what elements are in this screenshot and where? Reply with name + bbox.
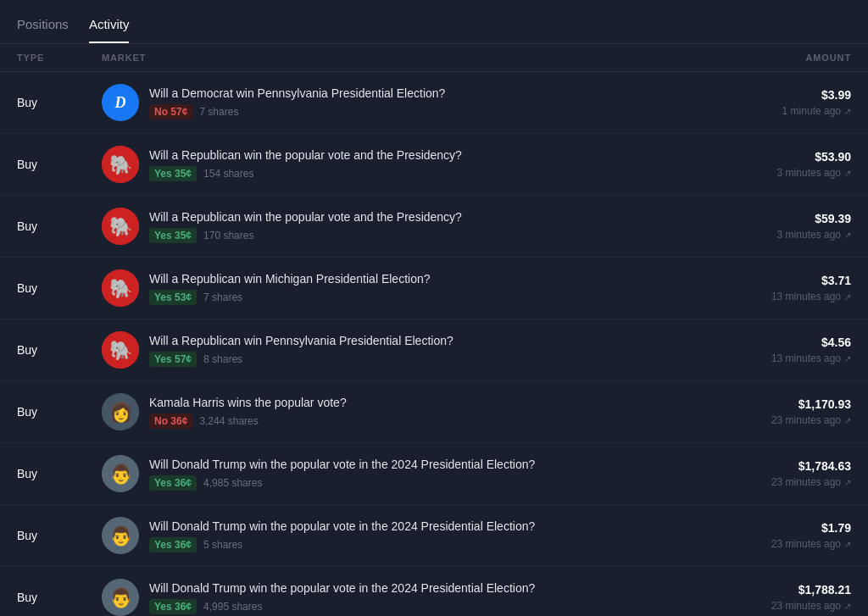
external-link-icon[interactable]: ↗ [844, 416, 851, 425]
table-row: Buy 🐘 Will a Republican win Michigan Pre… [0, 258, 868, 319]
shares-count: 154 shares [203, 168, 253, 180]
table-row: Buy 👩 Kamala Harris wins the popular vot… [0, 381, 868, 443]
market-title: Will Donald Trump win the popular vote i… [149, 457, 535, 472]
market-avatar: 🐘 [102, 146, 139, 183]
shares-count: 3,244 shares [199, 415, 258, 427]
external-link-icon[interactable]: ↗ [844, 540, 851, 549]
amount-time: 23 minutes ago ↗ [771, 476, 851, 488]
market-avatar: 👨 [102, 579, 139, 616]
market-cell[interactable]: 👩 Kamala Harris wins the popular vote? N… [102, 393, 715, 430]
shares-count: 7 shares [199, 106, 238, 118]
market-title: Will a Republican win the popular vote a… [149, 147, 462, 163]
trade-type: Buy [17, 405, 102, 419]
shares-count: 4,995 shares [203, 601, 262, 613]
market-info: Will a Republican win the popular vote a… [149, 147, 462, 181]
amount-value: $1.79 [821, 521, 851, 535]
external-link-icon[interactable]: ↗ [844, 230, 851, 240]
header-amount: AMOUNT [715, 53, 851, 63]
market-avatar: 🐘 [102, 331, 139, 369]
market-cell[interactable]: D Will a Democrat win Pennsylvania Presi… [102, 84, 715, 121]
amount-cell: $4.56 13 minutes ago ↗ [715, 336, 851, 364]
tabs-container: Positions Activity [0, 0, 868, 44]
external-link-icon[interactable]: ↗ [844, 354, 851, 363]
table-row: Buy D Will a Democrat win Pennsylvania P… [0, 72, 868, 134]
external-link-icon[interactable]: ↗ [844, 478, 851, 487]
trade-type: Buy [17, 281, 102, 295]
table-row: Buy 👨 Will Donald Trump win the popular … [0, 443, 868, 505]
trade-type: Buy [17, 96, 102, 109]
market-meta: Yes 35¢ 154 shares [149, 166, 462, 181]
market-info: Will a Republican win Pennsylvania Presi… [149, 333, 453, 367]
amount-value: $1,784.63 [798, 459, 851, 473]
amount-time: 13 minutes ago ↗ [771, 291, 851, 302]
market-cell[interactable]: 🐘 Will a Republican win the popular vote… [102, 208, 715, 245]
amount-value: $53.90 [815, 150, 851, 164]
market-avatar: D [102, 84, 139, 121]
market-info: Will Donald Trump win the popular vote i… [149, 457, 535, 491]
tab-activity[interactable]: Activity [89, 10, 130, 43]
trade-type: Buy [17, 219, 102, 233]
trade-type: Buy [17, 158, 102, 171]
tab-positions[interactable]: Positions [17, 10, 69, 43]
shares-count: 170 shares [203, 230, 253, 241]
shares-count: 8 shares [203, 353, 242, 365]
trade-type: Buy [17, 343, 102, 357]
market-info: Will Donald Trump win the popular vote i… [149, 580, 535, 614]
amount-value: $4.56 [821, 336, 851, 349]
market-info: Kamala Harris wins the popular vote? No … [149, 395, 347, 429]
market-meta: No 36¢ 3,244 shares [149, 413, 347, 429]
trade-type: Buy [17, 529, 102, 542]
table-row: Buy 🐘 Will a Republican win the popular … [0, 134, 868, 196]
svg-text:🐘: 🐘 [109, 277, 133, 300]
svg-text:👨: 👨 [109, 586, 133, 609]
market-meta: Yes 36¢ 5 shares [149, 537, 535, 552]
outcome-badge: No 57¢ [149, 104, 192, 119]
svg-text:🐘: 🐘 [109, 339, 133, 362]
amount-cell: $1,788.21 23 minutes ago ↗ [715, 583, 851, 612]
outcome-badge: Yes 57¢ [149, 352, 197, 367]
svg-text:👨: 👨 [109, 463, 133, 486]
market-title: Will Donald Trump win the popular vote i… [149, 519, 535, 534]
amount-time: 13 minutes ago ↗ [771, 352, 851, 364]
market-title: Will a Republican win the popular vote a… [149, 209, 462, 225]
table-header: TYPE MARKET AMOUNT [0, 44, 868, 72]
svg-text:👩: 👩 [109, 401, 133, 424]
external-link-icon[interactable]: ↗ [844, 169, 851, 178]
external-link-icon[interactable]: ↗ [844, 602, 851, 611]
market-info: Will a Republican win Michigan President… [149, 271, 431, 305]
market-meta: Yes 35¢ 170 shares [149, 228, 462, 243]
outcome-badge: Yes 35¢ [149, 228, 197, 243]
external-link-icon[interactable]: ↗ [844, 107, 851, 116]
market-meta: Yes 36¢ 4,985 shares [149, 475, 535, 491]
market-info: Will a Democrat win Pennsylvania Preside… [149, 86, 445, 119]
market-cell[interactable]: 🐘 Will a Republican win the popular vote… [102, 146, 715, 183]
external-link-icon[interactable]: ↗ [844, 292, 851, 302]
shares-count: 7 shares [203, 291, 242, 303]
outcome-badge: Yes 36¢ [149, 475, 197, 491]
svg-text:🐘: 🐘 [109, 215, 133, 238]
market-title: Will a Democrat win Pennsylvania Preside… [149, 86, 445, 101]
shares-count: 4,985 shares [203, 477, 262, 489]
table-row: Buy 🐘 Will a Republican win Pennsylvania… [0, 319, 868, 381]
shares-count: 5 shares [203, 539, 242, 551]
svg-text:D: D [114, 94, 126, 111]
market-title: Kamala Harris wins the popular vote? [149, 395, 347, 410]
market-cell[interactable]: 👨 Will Donald Trump win the popular vote… [102, 455, 715, 492]
amount-value: $1,788.21 [798, 583, 851, 597]
market-cell[interactable]: 👨 Will Donald Trump win the popular vote… [102, 579, 715, 616]
market-cell[interactable]: 👨 Will Donald Trump win the popular vote… [102, 517, 715, 554]
market-meta: Yes 57¢ 8 shares [149, 352, 453, 367]
amount-value: $3.99 [821, 88, 851, 102]
market-avatar: 🐘 [102, 269, 139, 307]
table-row: Buy 🐘 Will a Republican win the popular … [0, 196, 868, 258]
amount-cell: $1,784.63 23 minutes ago ↗ [715, 459, 851, 488]
table-body: Buy D Will a Democrat win Pennsylvania P… [0, 72, 868, 616]
outcome-badge: No 36¢ [149, 413, 192, 429]
amount-cell: $1.79 23 minutes ago ↗ [715, 521, 851, 550]
amount-time: 3 minutes ago ↗ [777, 167, 851, 179]
market-cell[interactable]: 🐘 Will a Republican win Pennsylvania Pre… [102, 331, 715, 369]
amount-time: 3 minutes ago ↗ [777, 229, 851, 241]
market-avatar: 👨 [102, 455, 139, 492]
market-cell[interactable]: 🐘 Will a Republican win Michigan Preside… [102, 269, 715, 307]
market-meta: No 57¢ 7 shares [149, 104, 445, 119]
